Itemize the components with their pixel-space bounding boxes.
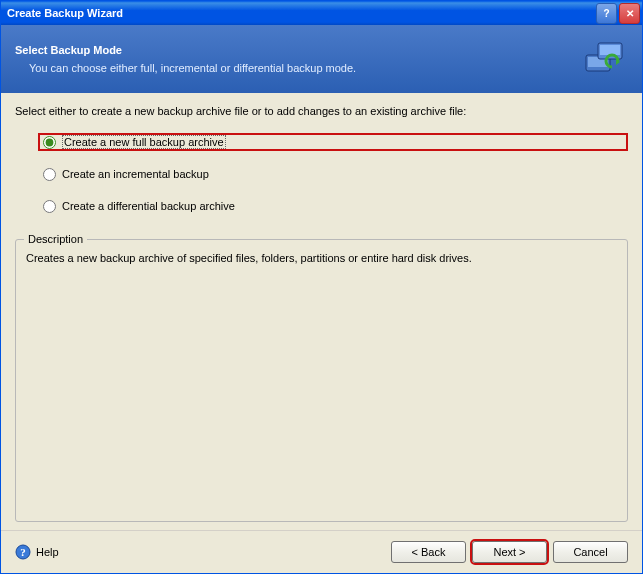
wizard-content: Select either to create a new backup arc… (1, 93, 642, 530)
radio-differential-backup[interactable] (43, 200, 56, 213)
description-legend: Description (24, 233, 87, 245)
backup-mode-options: Create a new full backup archive Create … (15, 133, 628, 229)
titlebar-buttons: ? ✕ (596, 3, 640, 24)
header-title: Select Backup Mode (15, 44, 572, 56)
svg-text:?: ? (20, 546, 26, 558)
instruction-text: Select either to create a new backup arc… (15, 105, 628, 117)
description-panel: Description Creates a new backup archive… (15, 239, 628, 522)
back-button[interactable]: < Back (391, 541, 466, 563)
description-text: Creates a new backup archive of specifie… (26, 252, 617, 264)
help-icon: ? (15, 544, 31, 560)
titlebar: Create Backup Wizard ? ✕ (1, 1, 642, 25)
label-incremental-backup: Create an incremental backup (62, 168, 209, 180)
radio-incremental-backup[interactable] (43, 168, 56, 181)
wizard-header: Select Backup Mode You can choose either… (1, 25, 642, 93)
header-subtitle: You can choose either full, incremental … (15, 62, 572, 74)
window-title: Create Backup Wizard (7, 7, 596, 19)
backup-icon (580, 35, 628, 83)
option-incremental-backup[interactable]: Create an incremental backup (43, 165, 628, 183)
wizard-window: Create Backup Wizard ? ✕ Select Backup M… (0, 0, 643, 574)
close-button[interactable]: ✕ (619, 3, 640, 24)
radio-full-backup[interactable] (43, 136, 56, 149)
cancel-button[interactable]: Cancel (553, 541, 628, 563)
svg-rect-3 (600, 45, 620, 55)
wizard-footer: ? Help < Back Next > Cancel (1, 530, 642, 573)
label-differential-backup: Create a differential backup archive (62, 200, 235, 212)
header-content: Select Backup Mode You can choose either… (15, 44, 572, 74)
option-differential-backup[interactable]: Create a differential backup archive (43, 197, 628, 215)
help-label: Help (36, 546, 59, 558)
footer-buttons: < Back Next > Cancel (391, 541, 628, 563)
option-full-backup[interactable]: Create a new full backup archive (38, 133, 628, 151)
help-button[interactable]: ? (596, 3, 617, 24)
next-button[interactable]: Next > (472, 541, 547, 563)
label-full-backup: Create a new full backup archive (62, 135, 226, 149)
help-section[interactable]: ? Help (15, 544, 391, 560)
